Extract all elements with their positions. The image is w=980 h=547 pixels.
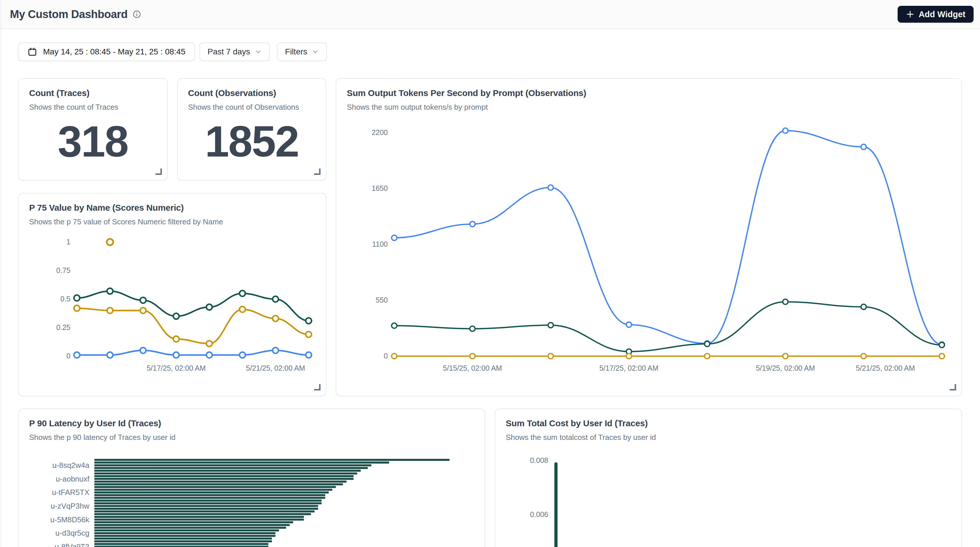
- widget-title: P 75 Value by Name (Scores Numeric): [29, 203, 315, 213]
- widget-total-cost: Sum Total Cost by User Id (Traces) Shows…: [495, 409, 962, 547]
- series-blue-marker: [783, 128, 788, 133]
- filters-label: Filters: [285, 47, 307, 56]
- y-axis-tick-label: 2200: [372, 128, 388, 136]
- series-teal-marker: [783, 299, 788, 304]
- tokens-line-chart[interactable]: 22001650110055005/15/25, 02:00 AM5/17/25…: [347, 120, 951, 376]
- p75-line-chart[interactable]: 10.750.50.2505/17/25, 02:00 AM5/21/25, 0…: [29, 229, 315, 381]
- y-axis-user-label: u-aobnuxf: [56, 474, 89, 483]
- metric-value: 318: [58, 120, 128, 163]
- series-gold-marker: [391, 354, 397, 359]
- series-blue-marker: [470, 221, 475, 227]
- series-blue-marker: [173, 352, 179, 358]
- series-blue-marker: [140, 347, 146, 353]
- add-widget-button[interactable]: Add Widget: [897, 6, 974, 23]
- y-axis-tick-label: 0.75: [56, 266, 70, 274]
- series-blue-marker: [306, 352, 312, 358]
- p90-bar: [94, 508, 318, 510]
- p90-bar: [94, 511, 315, 512]
- widget-count-traces: Count (Traces) Shows the count of Traces…: [18, 78, 168, 181]
- p90-bar: [94, 538, 272, 540]
- series-blue-marker: [548, 185, 554, 190]
- p90-bar: [94, 513, 311, 515]
- cost-bar: [554, 462, 558, 547]
- y-axis-user-label: u-5M8D56k: [50, 515, 90, 524]
- series-gold-marker: [861, 354, 867, 359]
- series-gold-marker: [140, 308, 146, 313]
- widget-subtitle: Shows the p 90 latency of Traces by user…: [29, 433, 474, 442]
- filters-dropdown[interactable]: Filters: [277, 43, 327, 61]
- y-axis-tick-label: 1100: [372, 240, 388, 248]
- p90-bar: [94, 522, 293, 523]
- series-blue-marker: [240, 352, 245, 358]
- resize-handle-icon[interactable]: [156, 168, 162, 175]
- series-gold-marker: [207, 341, 212, 347]
- series-teal-marker: [140, 297, 146, 303]
- chevron-down-icon: [312, 48, 319, 55]
- widget-tokens-per-second: Sum Output Tokens Per Second by Prompt (…: [336, 78, 962, 396]
- y-axis-tick-label: 0.5: [60, 295, 70, 303]
- series-gold-marker: [306, 332, 312, 338]
- series-gold-marker: [470, 354, 475, 359]
- y-axis-tick-label: 0.008: [530, 456, 548, 465]
- p90-bar: [94, 489, 332, 491]
- series-blue-marker: [107, 352, 113, 358]
- series-teal-marker: [939, 342, 945, 348]
- p90-bar: [94, 459, 450, 461]
- dashboard-grid: Count (Traces) Shows the count of Traces…: [18, 78, 962, 547]
- x-axis-tick-label: 5/15/25, 02:00 AM: [443, 364, 502, 372]
- p90-bar: [94, 532, 275, 534]
- single-amber-point: [107, 239, 113, 245]
- date-preset-dropdown[interactable]: Past 7 days: [199, 43, 270, 61]
- series-teal-marker: [470, 326, 475, 331]
- p90-bar: [94, 546, 269, 547]
- p90-bar-chart[interactable]: u-8sq2w4au-aobnuxfu-tFAR5TXu-zVqP3hwu-5M…: [29, 455, 474, 547]
- series-teal-marker: [207, 304, 212, 310]
- y-axis-user-label: u-8fVa9T3: [55, 542, 89, 547]
- p90-bar: [94, 518, 304, 520]
- series-blue-marker: [207, 352, 212, 358]
- x-axis-tick-label: 5/21/25, 02:00 AM: [246, 364, 305, 372]
- p90-bar: [94, 499, 322, 502]
- series-teal-marker: [391, 323, 397, 328]
- y-axis-tick-label: 0.25: [56, 323, 70, 331]
- series-gold-marker: [74, 305, 80, 311]
- series-teal-marker: [705, 341, 710, 347]
- p90-bar: [94, 516, 304, 518]
- p90-bar: [94, 505, 318, 507]
- y-axis-user-label: u-zVqP3hw: [51, 502, 89, 511]
- y-axis-user-label: u-8sq2w4a: [52, 461, 90, 469]
- series-gold-marker: [548, 354, 554, 359]
- resize-handle-icon[interactable]: [314, 168, 321, 175]
- info-icon[interactable]: [133, 10, 141, 18]
- series-teal-line: [394, 302, 942, 352]
- widget-title: Count (Observations): [188, 88, 316, 98]
- cost-bar-chart[interactable]: 0.0080.006: [506, 455, 951, 547]
- p90-bar: [94, 526, 286, 529]
- x-axis-tick-label: 5/21/25, 02:00 AM: [856, 364, 915, 372]
- date-range-value: May 14, 25 : 08:45 - May 21, 25 : 08:45: [43, 47, 185, 56]
- x-axis-tick-label: 5/17/25, 02:00 AM: [600, 364, 659, 372]
- page-title: My Custom Dashboard: [10, 8, 127, 21]
- p90-bar: [94, 494, 325, 496]
- p90-bar: [94, 486, 336, 488]
- series-teal-marker: [107, 289, 113, 294]
- widget-subtitle: Shows the count of Observations: [188, 103, 316, 112]
- y-axis-tick-label: 0.006: [530, 511, 548, 518]
- series-blue-line: [394, 131, 942, 344]
- p90-bar: [94, 543, 269, 545]
- widget-title: Sum Output Tokens Per Second by Prompt (…: [347, 88, 951, 98]
- series-gold-marker: [783, 354, 788, 359]
- resize-handle-icon[interactable]: [950, 384, 956, 390]
- resize-handle-icon[interactable]: [314, 384, 321, 390]
- p90-bar: [94, 478, 354, 480]
- widget-p75-value: P 75 Value by Name (Scores Numeric) Show…: [18, 193, 326, 396]
- date-range-picker[interactable]: May 14, 25 : 08:45 - May 21, 25 : 08:45: [18, 43, 195, 61]
- widget-count-observations: Count (Observations) Shows the count of …: [177, 78, 327, 181]
- p90-bar: [94, 540, 272, 542]
- x-axis-tick-label: 5/17/25, 02:00 AM: [147, 364, 206, 372]
- p90-bar: [94, 475, 354, 477]
- p90-bar: [94, 467, 368, 469]
- y-axis-user-label: u-d3qr5cg: [55, 529, 89, 537]
- widget-p90-latency: P 90 Latency by User Id (Traces) Shows t…: [18, 409, 485, 547]
- plus-icon: [906, 10, 915, 19]
